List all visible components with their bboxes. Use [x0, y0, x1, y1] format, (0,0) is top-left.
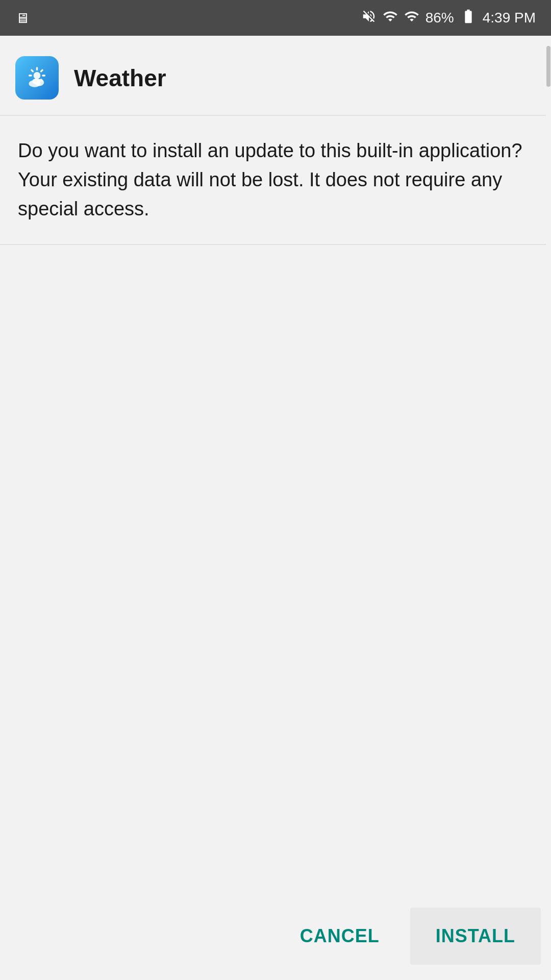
- svg-line-5: [32, 70, 33, 71]
- app-name: Weather: [74, 64, 166, 92]
- description-divider: [0, 244, 551, 245]
- weather-app-icon: [15, 56, 59, 100]
- scrollbar-thumb[interactable]: [546, 46, 550, 87]
- status-bar-right: 86% 4:39 PM: [361, 8, 536, 28]
- svg-point-10: [32, 79, 40, 84]
- mute-icon: [361, 9, 377, 28]
- battery-icon: [460, 8, 477, 28]
- svg-line-7: [41, 70, 43, 71]
- status-bar: 🖥 86% 4:39 PM: [0, 0, 551, 36]
- status-bar-left: 🖥: [15, 10, 30, 27]
- notification-icon: 🖥: [15, 10, 30, 27]
- app-header: Weather: [0, 36, 551, 115]
- cancel-button[interactable]: CANCEL: [269, 908, 410, 965]
- wifi-icon: [383, 9, 398, 28]
- install-button[interactable]: INSTALL: [410, 908, 541, 965]
- bottom-action-buttons: CANCEL INSTALL: [259, 892, 551, 980]
- signal-icon: [404, 9, 419, 28]
- time-display: 4:39 PM: [483, 10, 536, 26]
- battery-percentage: 86%: [425, 10, 454, 26]
- scrollbar[interactable]: [546, 36, 551, 265]
- install-description: Do you want to install an update to this…: [0, 116, 551, 244]
- svg-point-0: [34, 72, 41, 79]
